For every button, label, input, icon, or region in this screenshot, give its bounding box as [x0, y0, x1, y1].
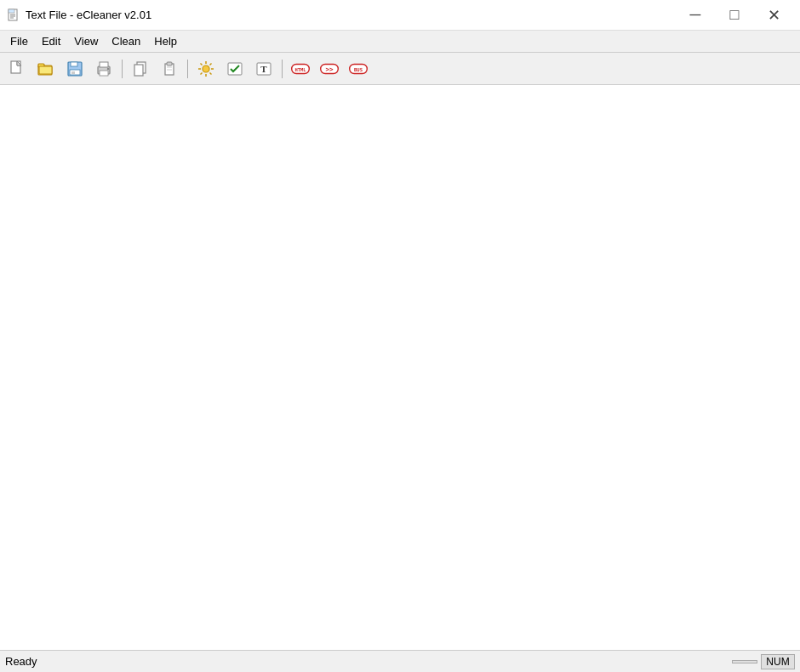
save-button[interactable]	[61, 56, 89, 82]
close-button[interactable]: ✕	[754, 0, 793, 31]
menu-clean[interactable]: Clean	[105, 32, 147, 51]
print-button[interactable]	[90, 56, 117, 82]
separator-3	[282, 60, 283, 78]
bus-button[interactable]: BUS	[345, 56, 372, 82]
convert-button[interactable]: >>	[316, 56, 343, 82]
paste-icon	[160, 60, 179, 78]
text-editor[interactable]	[0, 85, 800, 650]
menu-help[interactable]: Help	[147, 32, 184, 51]
open-button[interactable]	[32, 56, 60, 82]
svg-rect-19	[134, 65, 143, 76]
open-icon	[37, 60, 55, 78]
clean-brightness-button[interactable]	[192, 56, 220, 82]
minimize-button[interactable]: ─	[676, 0, 715, 31]
separator-1	[122, 60, 123, 78]
menu-bar: File Edit View Clean Help	[0, 31, 800, 53]
paste-button[interactable]	[156, 56, 183, 82]
svg-line-29	[201, 63, 203, 65]
menu-view[interactable]: View	[67, 32, 105, 51]
spell-check-icon	[226, 60, 244, 78]
text-button[interactable]: T	[250, 56, 277, 82]
svg-point-24	[203, 65, 209, 72]
svg-rect-21	[167, 62, 172, 65]
copy-icon	[131, 60, 150, 78]
new-icon	[8, 60, 26, 78]
svg-rect-15	[100, 62, 108, 67]
svg-line-31	[201, 72, 203, 74]
brightness-icon	[197, 60, 215, 78]
html-icon: HTML	[291, 60, 310, 78]
caps-lock-indicator	[732, 660, 757, 663]
status-left: Ready	[5, 655, 37, 668]
menu-file[interactable]: File	[3, 32, 35, 51]
num-lock-indicator: NUM	[761, 654, 795, 669]
toolbar: T HTML >> BUS	[0, 53, 800, 85]
menu-edit[interactable]: Edit	[35, 32, 67, 51]
print-icon	[94, 60, 113, 78]
title-controls: ─ □ ✕	[676, 0, 793, 31]
status-text: Ready	[5, 655, 37, 668]
svg-point-17	[107, 67, 109, 69]
title-text: Text File - eCleaner v2.01	[26, 9, 151, 21]
text-icon: T	[254, 60, 273, 78]
maximize-button[interactable]: □	[715, 0, 754, 31]
svg-text:>>: >>	[325, 65, 334, 72]
svg-rect-13	[71, 71, 75, 74]
spell-check-button[interactable]	[221, 56, 249, 82]
svg-text:T: T	[260, 64, 267, 74]
separator-2	[187, 60, 188, 78]
svg-line-32	[210, 63, 212, 65]
bus-icon: BUS	[349, 60, 368, 78]
svg-rect-11	[71, 62, 77, 66]
copy-button[interactable]	[127, 56, 154, 82]
svg-text:HTML: HTML	[294, 66, 306, 71]
convert-icon: >>	[320, 60, 339, 78]
title-left: Text File - eCleaner v2.01	[7, 9, 151, 22]
title-bar: Text File - eCleaner v2.01 ─ □ ✕	[0, 0, 800, 31]
status-right: NUM	[732, 654, 795, 669]
save-icon	[66, 60, 84, 78]
main-editor-area	[0, 85, 800, 650]
svg-text:BUS: BUS	[354, 66, 363, 71]
html-button[interactable]: HTML	[287, 56, 314, 82]
svg-rect-9	[39, 66, 52, 74]
status-bar: Ready NUM	[0, 650, 800, 672]
app-icon	[7, 9, 20, 22]
svg-rect-16	[100, 71, 108, 76]
svg-rect-1	[9, 9, 14, 13]
new-button[interactable]	[3, 56, 31, 82]
svg-line-30	[210, 72, 212, 74]
